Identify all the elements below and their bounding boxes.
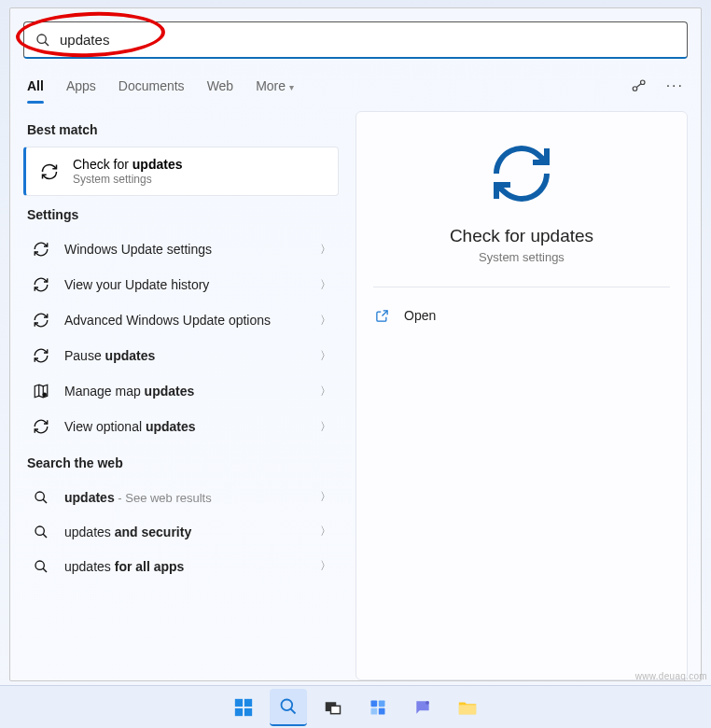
svg-rect-11 xyxy=(235,698,243,706)
task-view-button[interactable] xyxy=(314,689,352,726)
item-icon xyxy=(31,241,51,258)
svg-line-16 xyxy=(291,708,296,713)
svg-point-23 xyxy=(426,702,428,704)
settings-item[interactable]: Advanced Windows Update options 〉 xyxy=(23,302,339,338)
item-label: Advanced Windows Update options xyxy=(64,313,320,328)
sync-large-icon xyxy=(488,140,555,207)
filter-tabs: All Apps Documents Web More▾ ··· xyxy=(23,77,688,104)
item-label: View your Update history xyxy=(64,277,320,292)
settings-heading: Settings xyxy=(27,207,335,222)
chevron-right-icon: 〉 xyxy=(320,384,331,399)
search-icon xyxy=(31,525,51,539)
chevron-down-icon: ▾ xyxy=(289,82,294,92)
item-label: updates and security xyxy=(64,525,320,539)
svg-point-3 xyxy=(640,80,645,85)
open-icon xyxy=(375,309,389,323)
best-match-heading: Best match xyxy=(27,122,335,137)
svg-point-5 xyxy=(35,492,44,500)
tab-apps[interactable]: Apps xyxy=(66,78,96,103)
settings-item[interactable]: Manage map updates 〉 xyxy=(23,373,339,409)
svg-rect-18 xyxy=(331,706,341,713)
search-icon xyxy=(31,559,51,574)
best-match-subtitle: System settings xyxy=(73,173,183,186)
search-taskbar-button[interactable] xyxy=(270,689,307,726)
svg-rect-22 xyxy=(379,707,385,714)
open-label: Open xyxy=(404,308,436,323)
settings-item[interactable]: Pause updates 〉 xyxy=(23,338,339,373)
detail-subtitle: System settings xyxy=(479,250,565,264)
search-box[interactable] xyxy=(23,21,688,59)
chevron-right-icon: 〉 xyxy=(320,524,331,539)
svg-rect-19 xyxy=(371,700,378,707)
svg-line-8 xyxy=(43,534,47,538)
item-label: updates - See web results xyxy=(64,490,320,505)
svg-rect-13 xyxy=(235,707,243,715)
widgets-button[interactable] xyxy=(359,689,397,726)
tab-more[interactable]: More▾ xyxy=(256,78,294,103)
taskbar xyxy=(0,685,711,728)
web-heading: Search the web xyxy=(27,455,335,470)
item-label: View optional updates xyxy=(64,419,320,434)
search-icon xyxy=(31,490,51,505)
best-match-title: Check for updates xyxy=(73,157,183,172)
web-items: updates - See web results 〉 updates and … xyxy=(23,480,339,583)
chevron-right-icon: 〉 xyxy=(320,277,331,293)
watermark: www.deuaq.com xyxy=(635,671,707,681)
svg-rect-20 xyxy=(379,700,385,707)
web-item[interactable]: updates - See web results 〉 xyxy=(23,480,339,514)
chevron-right-icon: 〉 xyxy=(320,558,331,574)
svg-rect-24 xyxy=(459,705,476,714)
svg-point-2 xyxy=(633,87,637,91)
web-item[interactable]: updates for all apps 〉 xyxy=(23,549,339,583)
svg-rect-12 xyxy=(244,698,252,706)
item-icon xyxy=(31,418,51,435)
svg-line-6 xyxy=(43,499,47,503)
settings-item[interactable]: View your Update history 〉 xyxy=(23,267,339,302)
share-across-devices-icon[interactable] xyxy=(631,77,648,94)
item-icon xyxy=(31,383,51,399)
divider xyxy=(373,287,670,287)
item-label: Pause updates xyxy=(64,348,320,363)
tab-all[interactable]: All xyxy=(27,78,44,103)
best-match-result[interactable]: Check for updates System settings xyxy=(23,147,339,196)
more-options-icon[interactable]: ··· xyxy=(666,77,684,94)
sync-icon xyxy=(39,162,60,181)
start-button[interactable] xyxy=(225,689,262,726)
file-explorer-button[interactable] xyxy=(449,689,486,726)
detail-pane: Check for updates System settings Open xyxy=(356,111,688,680)
settings-item[interactable]: Windows Update settings 〉 xyxy=(23,231,339,267)
chevron-right-icon: 〉 xyxy=(320,419,331,435)
tab-web[interactable]: Web xyxy=(207,78,234,103)
svg-point-4 xyxy=(43,393,48,398)
search-icon xyxy=(35,33,50,48)
item-icon xyxy=(31,276,51,293)
chevron-right-icon: 〉 xyxy=(320,489,331,505)
detail-title: Check for updates xyxy=(450,226,593,246)
item-label: updates for all apps xyxy=(64,559,320,574)
open-action[interactable]: Open xyxy=(373,304,670,327)
search-panel: All Apps Documents Web More▾ ··· Best ma… xyxy=(9,7,702,681)
svg-rect-14 xyxy=(244,707,252,715)
svg-line-1 xyxy=(45,42,49,46)
svg-point-15 xyxy=(282,699,293,710)
chevron-right-icon: 〉 xyxy=(320,242,331,258)
svg-point-0 xyxy=(37,35,46,43)
web-item[interactable]: updates and security 〉 xyxy=(23,514,339,549)
search-input[interactable] xyxy=(60,32,676,48)
results-list: Best match Check for updates System sett… xyxy=(23,111,339,680)
settings-item[interactable]: View optional updates 〉 xyxy=(23,409,339,444)
svg-rect-21 xyxy=(371,707,378,714)
svg-point-7 xyxy=(35,526,44,535)
item-label: Windows Update settings xyxy=(64,242,320,257)
chevron-right-icon: 〉 xyxy=(320,313,331,329)
item-icon xyxy=(31,312,51,329)
item-icon xyxy=(31,347,51,364)
tab-documents[interactable]: Documents xyxy=(118,78,185,103)
settings-items: Windows Update settings 〉 View your Upda… xyxy=(23,231,339,444)
chat-button[interactable] xyxy=(404,689,441,726)
item-label: Manage map updates xyxy=(64,384,320,399)
svg-line-10 xyxy=(43,568,47,572)
svg-point-9 xyxy=(35,561,44,569)
chevron-right-icon: 〉 xyxy=(320,348,331,364)
